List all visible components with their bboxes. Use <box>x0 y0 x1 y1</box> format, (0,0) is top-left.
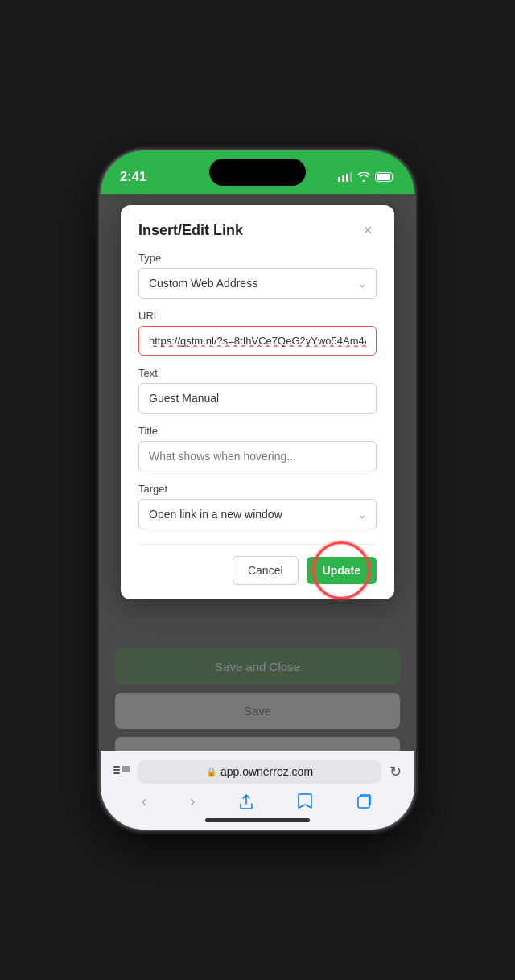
modal-dialog: Insert/Edit Link × Type Custom Web Addre… <box>121 205 394 599</box>
url-input[interactable] <box>138 326 377 356</box>
svg-rect-5 <box>377 174 390 180</box>
lock-icon: 🔒 <box>206 767 217 777</box>
update-button-wrapper: Update <box>307 557 377 584</box>
forward-button[interactable]: › <box>183 789 202 813</box>
svg-rect-2 <box>346 174 348 182</box>
svg-rect-8 <box>113 772 120 774</box>
browser-bar: 🔒 app.ownerrez.com ↻ ‹ › <box>101 751 414 830</box>
reader-icon[interactable] <box>113 765 130 778</box>
share-button[interactable] <box>232 789 261 813</box>
type-select-wrapper[interactable]: Custom Web Address Anchor Email Phone <box>138 268 377 299</box>
title-input[interactable] <box>138 441 377 471</box>
text-label: Text <box>138 367 377 379</box>
svg-rect-7 <box>113 769 120 771</box>
update-button[interactable]: Update <box>307 557 377 584</box>
wifi-icon <box>357 172 370 182</box>
target-field-group: Target Open link in a new window Open in… <box>138 483 377 529</box>
signal-icon <box>338 172 352 182</box>
refresh-icon[interactable]: ↻ <box>389 763 402 780</box>
battery-icon <box>375 172 395 182</box>
text-field-group: Text <box>138 367 377 414</box>
status-time: 2:41 <box>120 170 146 184</box>
phone-frame: 2:41 <box>101 150 414 830</box>
modal-header: Insert/Edit Link × <box>138 221 377 239</box>
type-select[interactable]: Custom Web Address Anchor Email Phone <box>138 268 377 299</box>
type-field-group: Type Custom Web Address Anchor Email Pho… <box>138 252 377 299</box>
close-button[interactable]: × <box>359 221 377 239</box>
title-label: Title <box>138 425 377 437</box>
svg-rect-9 <box>122 766 130 772</box>
home-indicator <box>205 818 310 822</box>
svg-rect-3 <box>350 172 352 182</box>
modal-overlay: Insert/Edit Link × Type Custom Web Addre… <box>101 194 414 830</box>
title-field-group: Title <box>138 425 377 471</box>
url-label: URL <box>138 310 377 322</box>
dynamic-island <box>209 159 306 186</box>
svg-rect-10 <box>358 797 369 808</box>
url-field-group: URL <box>138 310 377 356</box>
svg-rect-0 <box>338 177 340 182</box>
target-select-wrapper[interactable]: Open link in a new window Open in same w… <box>138 499 377 529</box>
browser-url: app.ownerrez.com <box>220 765 313 778</box>
text-input[interactable] <box>138 383 377 414</box>
status-bar: 2:41 <box>101 150 414 194</box>
browser-nav: ‹ › <box>101 784 414 813</box>
modal-title: Insert/Edit Link <box>138 222 243 239</box>
target-select[interactable]: Open link in a new window Open in same w… <box>138 499 377 529</box>
back-button[interactable]: ‹ <box>135 789 154 813</box>
phone-screen: Save and Close Save Cancel Insert/Edit L… <box>101 194 414 830</box>
tabs-button[interactable] <box>349 789 380 813</box>
bookmarks-button[interactable] <box>290 789 319 813</box>
svg-rect-6 <box>113 766 120 768</box>
url-bar-address[interactable]: 🔒 app.ownerrez.com <box>138 760 381 784</box>
cancel-dialog-button[interactable]: Cancel <box>233 556 299 585</box>
url-bar: 🔒 app.ownerrez.com ↻ <box>101 751 414 784</box>
target-label: Target <box>138 483 377 495</box>
modal-footer: Cancel Update <box>138 544 377 585</box>
status-icons <box>338 172 395 182</box>
svg-rect-1 <box>342 175 344 182</box>
type-label: Type <box>138 252 377 264</box>
